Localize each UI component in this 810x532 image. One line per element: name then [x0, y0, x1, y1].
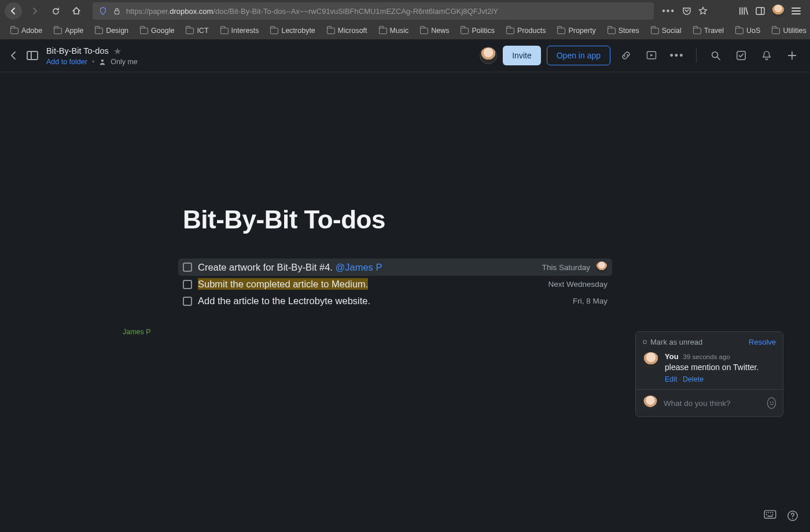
comment-input-avatar: [643, 396, 658, 411]
invite-button[interactable]: Invite: [503, 46, 540, 65]
author-attribution: James P: [123, 328, 151, 336]
bookmark-folder[interactable]: Microsoft: [322, 25, 372, 36]
svg-rect-11: [766, 512, 767, 513]
folder-icon: [379, 28, 387, 34]
help-icon[interactable]: [787, 510, 798, 522]
todo-row[interactable]: Submit the completed article to Medium.N…: [178, 276, 612, 293]
todo-text: Add the article to the Lectrobyte websit…: [198, 295, 370, 306]
due-date[interactable]: Fri, 8 May: [573, 297, 608, 305]
document-title[interactable]: Bit-By-Bit To-dos: [183, 205, 611, 234]
todo-row[interactable]: Create artwork for Bit-By-Bit #4. @James…: [178, 258, 612, 276]
bookmark-folder[interactable]: Property: [553, 25, 600, 36]
folder-icon: [420, 28, 428, 34]
resolve-button[interactable]: Resolve: [749, 338, 776, 346]
open-in-app-button[interactable]: Open in app: [547, 46, 610, 65]
bookmark-folder[interactable]: Products: [502, 25, 550, 36]
browser-reload-button[interactable]: [47, 3, 64, 19]
bookmark-folder[interactable]: News: [415, 25, 454, 36]
browser-forward-button[interactable]: [27, 3, 43, 19]
due-date[interactable]: This Saturday: [542, 263, 590, 272]
user-avatar[interactable]: [480, 47, 497, 64]
bookmark-folder[interactable]: UoS: [731, 25, 765, 36]
browser-chrome: https://paper.dropbox.com/doc/Bit-By-Bit…: [0, 0, 810, 39]
notifications-icon[interactable]: [757, 46, 776, 65]
folder-icon: [651, 28, 659, 34]
pocket-icon[interactable]: [682, 6, 691, 16]
sidebar-icon[interactable]: [756, 7, 765, 15]
due-date[interactable]: Next Wednesday: [548, 280, 608, 289]
library-icon[interactable]: [739, 6, 749, 16]
folder-icon: [140, 28, 148, 34]
folder-icon: [608, 28, 616, 34]
todo-checkbox[interactable]: [183, 297, 192, 306]
bookmark-label: Politics: [472, 27, 495, 35]
folder-icon: [557, 28, 565, 34]
browser-profile-avatar[interactable]: [772, 5, 785, 17]
folder-icon: [506, 28, 514, 34]
folder-icon: [693, 28, 701, 34]
create-new-icon[interactable]: [782, 46, 802, 65]
browser-right-controls: •••: [662, 5, 805, 17]
bookmark-star-icon[interactable]: [698, 6, 708, 16]
todo-row[interactable]: Add the article to the Lectrobyte websit…: [178, 293, 612, 309]
comment-author-avatar[interactable]: [643, 352, 659, 368]
bookmark-label: Interests: [231, 27, 259, 35]
svg-point-3: [101, 59, 104, 61]
todo-checkbox[interactable]: [183, 263, 192, 272]
more-options-icon[interactable]: •••: [667, 46, 687, 65]
bookmark-label: Adobe: [21, 27, 42, 35]
bookmark-folder[interactable]: Google: [135, 25, 179, 36]
svg-point-5: [712, 52, 718, 58]
bookmark-folder[interactable]: Stores: [603, 25, 644, 36]
bookmark-folder[interactable]: ICT: [181, 25, 213, 36]
add-to-folder-link[interactable]: Add to folder: [46, 58, 87, 66]
meatball-icon[interactable]: •••: [662, 6, 675, 16]
browser-home-button[interactable]: [68, 3, 84, 19]
bookmark-folder[interactable]: Adobe: [6, 25, 47, 36]
todo-checkbox[interactable]: [183, 280, 192, 289]
folder-icon: [186, 28, 194, 34]
folder-icon: [772, 28, 780, 34]
hamburger-menu-icon[interactable]: [791, 7, 801, 15]
comment-input[interactable]: [664, 399, 761, 408]
favorite-star-icon[interactable]: ★: [113, 46, 122, 57]
mark-unread-button[interactable]: Mark as unread: [643, 338, 702, 346]
visibility-label[interactable]: Only me: [111, 58, 138, 66]
bookmarks-bar: AdobeAppleDesignGoogleICTInterestsLectro…: [0, 22, 810, 39]
sidebar-toggle-icon[interactable]: [27, 51, 38, 60]
folder-icon: [54, 28, 62, 34]
bookmark-folder[interactable]: Music: [374, 25, 414, 36]
comment-delete-link[interactable]: Delete: [683, 375, 704, 383]
back-chevron-icon[interactable]: [8, 49, 19, 62]
bookmark-folder[interactable]: Utilities: [767, 25, 810, 36]
comment-edit-link[interactable]: Edit: [665, 375, 678, 383]
browser-url-bar[interactable]: https://paper.dropbox.com/doc/Bit-By-Bit…: [93, 2, 654, 20]
svg-line-6: [717, 57, 720, 60]
assignee-avatar[interactable]: [596, 261, 608, 273]
bookmark-folder[interactable]: Politics: [456, 25, 499, 36]
bookmark-folder[interactable]: Travel: [689, 25, 728, 36]
copy-link-icon[interactable]: [616, 46, 636, 65]
url-text: https://paper.dropbox.com/doc/Bit-By-Bit…: [126, 7, 498, 16]
bookmark-folder[interactable]: Design: [90, 25, 133, 36]
bookmark-folder[interactable]: Social: [646, 25, 686, 36]
keyboard-shortcuts-icon[interactable]: [764, 510, 776, 522]
bookmark-folder[interactable]: Interests: [216, 25, 264, 36]
svg-rect-1: [756, 8, 764, 14]
browser-nav-bar: https://paper.dropbox.com/doc/Bit-By-Bit…: [0, 0, 810, 22]
tasks-icon[interactable]: [731, 46, 751, 65]
bookmark-folder[interactable]: Lectrobyte: [266, 25, 319, 36]
present-icon[interactable]: [642, 46, 661, 65]
bookmark-label: ICT: [197, 27, 208, 35]
mention-link[interactable]: @James P: [336, 262, 382, 272]
browser-back-button[interactable]: [5, 2, 22, 20]
search-icon[interactable]: [706, 46, 726, 65]
document-area: Bit-By-Bit To-dos Create artwork for Bit…: [0, 72, 810, 309]
bookmark-label: Apple: [65, 27, 83, 35]
emoji-picker-icon[interactable]: [767, 397, 776, 409]
bookmark-folder[interactable]: Apple: [49, 25, 88, 36]
svg-rect-12: [768, 512, 769, 513]
folder-icon: [95, 28, 103, 34]
svg-point-9: [772, 402, 774, 403]
doc-title[interactable]: Bit-By-Bit To-dos: [46, 46, 109, 56]
